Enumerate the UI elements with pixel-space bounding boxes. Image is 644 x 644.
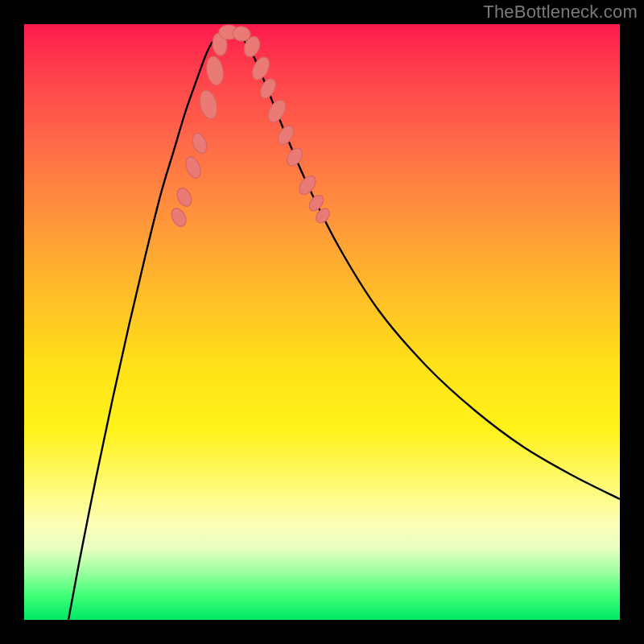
chart-frame: TheBottleneck.com (0, 0, 644, 644)
data-marker (190, 131, 209, 155)
data-marker (249, 55, 272, 83)
data-marker (197, 89, 220, 121)
data-marker (258, 76, 279, 101)
data-marker (296, 173, 319, 197)
data-marker (204, 56, 225, 87)
plot-area (24, 24, 620, 620)
data-marker (175, 186, 195, 209)
data-marker (265, 97, 290, 126)
data-marker (275, 123, 296, 148)
watermark-text: TheBottleneck.com (483, 2, 638, 23)
data-marker (183, 155, 203, 180)
bottleneck-curve (24, 24, 620, 620)
bottleneck-line (68, 30, 620, 620)
data-marker (284, 146, 306, 169)
data-marker (168, 206, 188, 229)
